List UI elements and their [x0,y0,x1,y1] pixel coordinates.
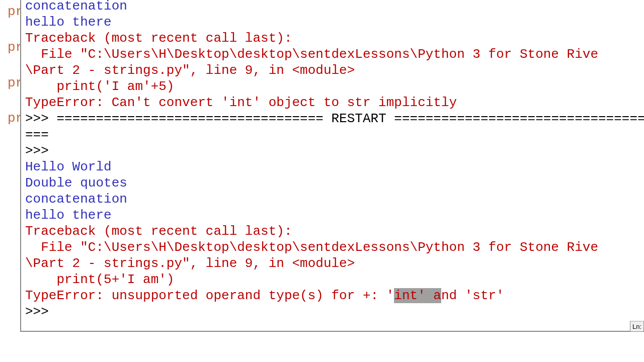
shell-prompt: >>> [25,143,644,159]
traceback-line: \Part 2 - strings.py", line 9, in <modul… [25,62,644,78]
traceback-line: File "C:\Users\H\Desktop\desktop\sentdex… [25,46,644,62]
restart-line: >>> ================================== R… [25,111,644,127]
shell-prompt: >>> [25,111,56,126]
traceback-line: File "C:\Users\H\Desktop\desktop\sentdex… [25,239,644,255]
traceback-line: print(5+'I am') [25,272,644,288]
status-bar: Ln: [630,321,644,332]
traceback-line: Traceback (most recent call last): [25,30,644,46]
restart-line: === [25,127,644,143]
shell-output: Double quotes [25,175,644,191]
shell-output: concatenation [25,0,644,14]
shell-output: hello there [25,207,644,223]
selected-text: int' a [394,288,441,303]
python-shell-window[interactable]: concatenation hello there Traceback (mos… [20,0,644,332]
traceback-line: print('I am'+5) [25,78,644,95]
shell-prompt-active[interactable]: >>> [25,304,644,320]
line-number-label: Ln: [632,323,641,330]
shell-output: Hello World [25,159,644,175]
traceback-line: \Part 2 - strings.py", line 9, in <modul… [25,255,644,272]
shell-output: hello there [25,14,644,30]
traceback-error: TypeError: unsupported operand type(s) f… [25,288,644,304]
shell-output: concatenation [25,191,644,207]
traceback-error: TypeError: Can't convert 'int' object to… [25,95,644,111]
restart-banner: ================================== RESTA… [56,111,644,126]
error-text-post: nd 'str' [441,288,504,303]
traceback-line: Traceback (most recent call last): [25,223,644,239]
error-text-pre: TypeError: unsupported operand type(s) f… [25,288,394,303]
